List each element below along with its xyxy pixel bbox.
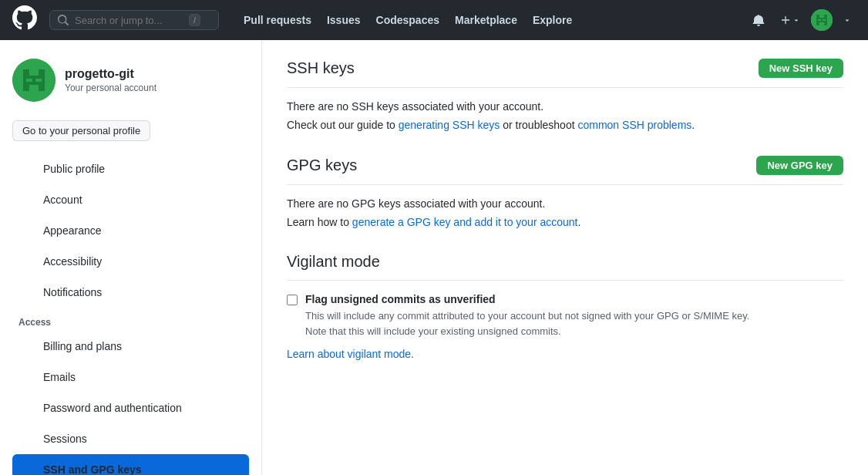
top-nav: / Pull requests Issues Codespaces Market… <box>0 0 868 40</box>
svg-rect-9 <box>819 22 824 25</box>
flag-unsigned-commits-row: Flag unsigned commits as unverified This… <box>287 293 843 339</box>
ssh-section-title: SSH keys <box>287 59 355 77</box>
learn-vigilant-mode-link[interactable]: Learn about vigilant mode. <box>287 348 414 360</box>
ssh-keys-section: SSH keys New SSH key There are no SSH ke… <box>287 59 843 131</box>
sidebar-item-sessions[interactable]: Sessions <box>12 423 249 454</box>
ssh-section-header: SSH keys New SSH key <box>287 59 843 88</box>
sidebar-label-appearance: Appearance <box>37 220 108 241</box>
search-bar[interactable]: / <box>49 10 219 30</box>
sidebar-item-notifications[interactable]: Notifications <box>12 277 249 308</box>
sidebar-nav-top: Public profile Account Appearance Access… <box>12 153 249 308</box>
search-input[interactable] <box>75 15 183 26</box>
user-avatar-nav[interactable] <box>811 9 833 31</box>
bell-icon <box>19 282 31 302</box>
flag-unsigned-commits-label[interactable]: Flag unsigned commits as unverified <box>305 293 496 305</box>
gear-icon <box>19 190 31 210</box>
nav-explore[interactable]: Explore <box>527 11 578 29</box>
svg-rect-18 <box>39 85 45 91</box>
user-menu-button[interactable] <box>839 13 856 27</box>
flag-unsigned-commits-desc: This will include any commit attributed … <box>305 308 749 339</box>
sidebar-item-ssh-gpg[interactable]: SSH and GPG keys <box>12 454 249 475</box>
gpg-section-title: GPG keys <box>287 157 357 174</box>
search-shortcut: / <box>189 14 200 26</box>
sidebar-label-billing: Billing and plans <box>37 335 128 357</box>
svg-rect-8 <box>824 22 827 25</box>
key-icon <box>19 460 31 475</box>
sidebar-item-billing[interactable]: Billing and plans <box>12 331 249 362</box>
svg-rect-1 <box>816 15 819 18</box>
sidebar-item-accessibility[interactable]: Accessibility <box>12 246 249 277</box>
page-layout: progetto-git Your personal account Go to… <box>0 40 868 475</box>
sidebar-item-emails[interactable]: Emails <box>12 362 249 392</box>
nav-actions <box>748 9 856 31</box>
vigilant-mode-title: Vigilant mode <box>287 253 843 281</box>
sidebar-item-public-profile[interactable]: Public profile <box>12 153 249 184</box>
ssh-guide-text: Check out our guide to generating SSH ke… <box>287 119 843 131</box>
profile-sub: Your personal account <box>65 83 156 93</box>
sidebar-label-notifications: Notifications <box>37 281 108 303</box>
ssh-section-body: There are no SSH keys associated with yo… <box>287 100 843 131</box>
mail-icon <box>19 367 31 387</box>
sidebar-nav-access: Billing and plans Emails Password and au… <box>12 331 249 475</box>
gpg-empty-message: There are no GPG keys associated with yo… <box>287 197 843 210</box>
nav-issues[interactable]: Issues <box>321 11 367 29</box>
gpg-section-body: There are no GPG keys associated with yo… <box>287 197 843 228</box>
nav-pull-requests[interactable]: Pull requests <box>237 11 318 29</box>
svg-rect-2 <box>824 15 827 18</box>
sidebar-label-sessions: Sessions <box>37 428 93 450</box>
gpg-learn-text: Learn how to generate a GPG key and add … <box>287 216 843 228</box>
person-icon <box>19 159 31 179</box>
new-button[interactable] <box>775 12 805 29</box>
sidebar-label-public-profile: Public profile <box>37 158 111 180</box>
svg-rect-7 <box>816 22 819 25</box>
sidebar-label-accessibility: Accessibility <box>37 251 108 272</box>
sidebar-label-password: Password and authentication <box>37 397 188 419</box>
profile-info: progetto-git Your personal account <box>65 67 156 93</box>
sidebar-label-account: Account <box>37 189 89 211</box>
gpg-section-header: GPG keys New GPG key <box>287 156 843 185</box>
sidebar-label-ssh-gpg: SSH and GPG keys <box>37 459 148 475</box>
svg-rect-11 <box>23 69 29 76</box>
svg-rect-3 <box>819 15 824 18</box>
profile-avatar <box>12 59 56 102</box>
common-ssh-problems-link[interactable]: common SSH problems <box>577 119 691 131</box>
generating-ssh-keys-link[interactable]: generating SSH keys <box>399 119 500 131</box>
flag-unsigned-commits-checkbox[interactable] <box>287 295 298 305</box>
sidebar: progetto-git Your personal account Go to… <box>0 40 262 475</box>
svg-rect-5 <box>818 19 821 21</box>
new-gpg-key-button[interactable]: New GPG key <box>756 156 843 175</box>
sidebar-item-account[interactable]: Account <box>12 184 249 215</box>
new-ssh-key-button[interactable]: New SSH key <box>759 59 843 78</box>
sidebar-item-appearance[interactable]: Appearance <box>12 215 249 246</box>
ssh-empty-message: There are no SSH keys associated with yo… <box>287 100 843 113</box>
svg-rect-17 <box>23 85 29 91</box>
svg-rect-12 <box>39 69 45 76</box>
svg-rect-6 <box>823 19 826 21</box>
nav-codespaces[interactable]: Codespaces <box>370 11 446 29</box>
shield-icon <box>19 398 31 418</box>
broadcast-icon <box>19 429 31 449</box>
svg-rect-16 <box>35 79 42 82</box>
svg-rect-13 <box>29 69 39 76</box>
sidebar-label-emails: Emails <box>37 366 82 388</box>
profile-header: progetto-git Your personal account <box>12 59 249 102</box>
profile-name: progetto-git <box>65 67 156 81</box>
generate-gpg-key-link[interactable]: generate a GPG key and add it to your ac… <box>352 216 578 228</box>
nav-links: Pull requests Issues Codespaces Marketpl… <box>237 11 578 29</box>
notifications-button[interactable] <box>748 11 769 29</box>
svg-rect-15 <box>26 79 32 82</box>
flag-unsigned-commits-content: Flag unsigned commits as unverified This… <box>305 293 749 339</box>
gpg-keys-section: GPG keys New GPG key There are no GPG ke… <box>287 156 843 228</box>
sidebar-item-password[interactable]: Password and authentication <box>12 392 249 423</box>
github-logo[interactable] <box>12 5 37 35</box>
nav-marketplace[interactable]: Marketplace <box>449 11 523 29</box>
go-to-profile-button[interactable]: Go to your personal profile <box>12 120 150 141</box>
paintbrush-icon <box>19 221 31 241</box>
vigilant-mode-section: Vigilant mode Flag unsigned commits as u… <box>287 253 843 360</box>
svg-rect-19 <box>29 85 39 91</box>
main-content: SSH keys New SSH key There are no SSH ke… <box>262 40 868 475</box>
access-section-label: Access <box>12 308 249 331</box>
accessibility-icon <box>19 251 31 271</box>
credit-card-icon <box>19 336 31 356</box>
